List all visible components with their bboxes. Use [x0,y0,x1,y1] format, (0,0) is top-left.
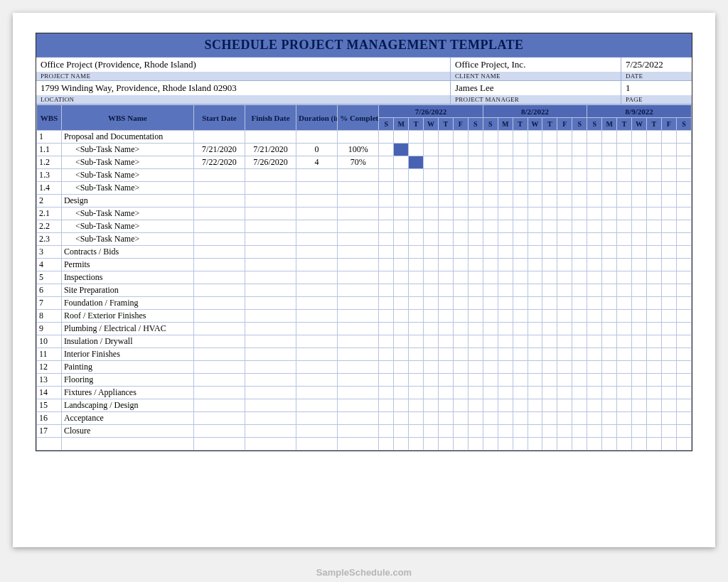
table-row: 2Design [37,195,692,208]
col-day: F [661,118,676,131]
table-row: 1Proposal and Documentation [37,131,692,144]
col-day: F [557,118,572,131]
table-row: 2.2<Sub-Task Name> [37,220,692,233]
client-name-label: CLIENT NAME [451,72,621,80]
project-name-value: Office Project (Providence, Rhode Island… [36,58,450,72]
table-row: 7Foundation / Framing [37,297,692,310]
col-day: T [513,118,528,131]
table-row: 1.1<Sub-Task Name>7/21/20207/21/20200100… [37,144,692,156]
meta-block: Office Project (Providence, Rhode Island… [36,58,692,104]
col-finish-date: Finish Date [245,105,296,131]
table-row: 9Plumbing / Electrical / HVAC [37,323,692,335]
location-label: LOCATION [36,95,450,104]
watermark: SampleSchedule.com [0,567,728,578]
col-day: T [409,118,424,131]
table-row: 13Flooring [37,374,692,387]
table-row: 5Inspections [37,271,692,284]
col-day: W [632,118,647,131]
page-label: PAGE [621,95,692,104]
col-start-date: Start Date [193,105,245,131]
col-wbs-name: WBS Name [61,105,193,131]
col-day: M [394,118,409,131]
schedule-table: WBSWBS NameStart DateFinish DateDuration… [36,104,692,451]
col-percent-completed: % Completed [338,105,379,131]
col-day: T [542,118,557,131]
table-row: 2.3<Sub-Task Name> [37,233,692,246]
col-day: W [528,118,542,131]
col-day: S [468,118,483,131]
col-week-0: 7/26/2022 [379,105,483,118]
col-day: T [646,118,661,131]
table-row: 15Landscaping / Design [37,399,692,412]
project-manager-value: James Lee [451,81,621,95]
client-name-value: Office Project, Inc. [451,58,621,72]
table-row: 10Insulation / Drywall [37,335,692,348]
table-row: 17Closure [37,425,692,438]
col-week-1: 8/2/2022 [483,105,587,118]
col-week-2: 8/9/2022 [587,105,692,118]
col-day: S [676,118,691,131]
col-day: S [379,118,394,131]
table-row: 2.1<Sub-Task Name> [37,208,692,220]
col-day: S [483,118,498,131]
col-day: T [438,118,453,131]
col-duration: Duration (in Day) [296,105,338,131]
table-row: 1.2<Sub-Task Name>7/22/20207/26/2020470% [37,156,692,169]
page-value: 1 [621,81,692,95]
table-row: 14Fixtures / Appliances [37,387,692,399]
table-row: 8Roof / Exterior Finishes [37,310,692,323]
col-day: M [602,118,617,131]
document-page: SCHEDULE PROJECT MANAGEMENT TEMPLATE Off… [13,13,715,547]
col-day: S [572,118,587,131]
location-value: 1799 Winding Way, Providence, Rhode Isla… [36,81,450,95]
table-row: 12Painting [37,361,692,374]
table-row: 11Interior Finishes [37,348,692,361]
date-value: 7/25/2022 [621,58,692,72]
col-day: T [617,118,632,131]
table-row: 1.3<Sub-Task Name> [37,169,692,182]
col-day: W [424,118,439,131]
col-day: S [587,118,602,131]
page-title: SCHEDULE PROJECT MANAGEMENT TEMPLATE [36,33,692,58]
table-row: 6Site Preparation [37,284,692,297]
table-row: 4Permits [37,259,692,271]
project-manager-label: PROJECT MANAGER [451,95,621,104]
table-row [37,438,692,451]
table-row: 3Contracts / Bids [37,246,692,259]
col-wbs: WBS [37,105,62,131]
date-label: DATE [621,72,692,80]
col-day: F [453,118,468,131]
table-row: 16Acceptance [37,412,692,425]
table-row: 1.4<Sub-Task Name> [37,182,692,195]
col-day: M [498,118,513,131]
project-name-label: PROJECT NAME [36,72,450,80]
